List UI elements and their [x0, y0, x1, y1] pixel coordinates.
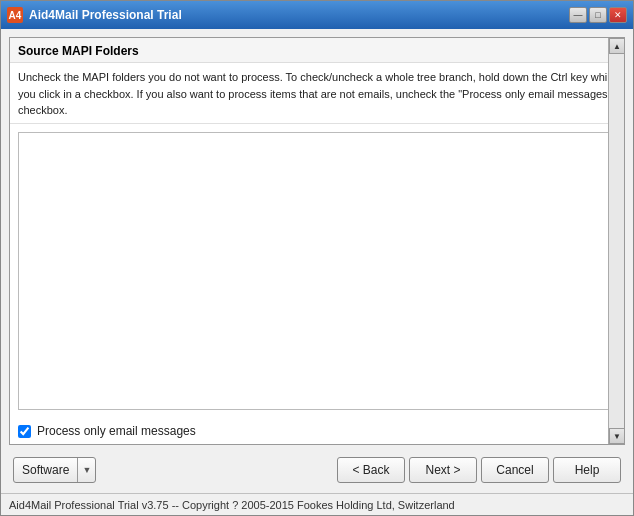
- software-button[interactable]: Software ▼: [13, 457, 96, 483]
- back-button[interactable]: < Back: [337, 457, 405, 483]
- software-dropdown-arrow[interactable]: ▼: [77, 458, 95, 482]
- close-button[interactable]: ✕: [609, 7, 627, 23]
- source-mapi-folders-group: Source MAPI Folders Uncheck the MAPI fol…: [9, 37, 625, 445]
- scroll-up-arrow[interactable]: ▲: [609, 38, 625, 54]
- main-window: A4 Aid4Mail Professional Trial — □ ✕ Sou…: [0, 0, 634, 516]
- folder-tree[interactable]: [18, 132, 616, 411]
- maximize-button[interactable]: □: [589, 7, 607, 23]
- window-title: Aid4Mail Professional Trial: [29, 8, 563, 22]
- scroll-down-arrow[interactable]: ▼: [609, 428, 625, 444]
- next-button[interactable]: Next >: [409, 457, 477, 483]
- group-box-description: Uncheck the MAPI folders you do not want…: [10, 63, 624, 124]
- vertical-scrollbar[interactable]: ▲ ▼: [608, 38, 624, 444]
- buttons-row: Software ▼ < Back Next > Cancel Help: [9, 451, 625, 489]
- cancel-button[interactable]: Cancel: [481, 457, 549, 483]
- title-bar-controls: — □ ✕: [569, 7, 627, 23]
- process-only-emails-label: Process only email messages: [37, 424, 196, 438]
- process-only-emails-checkbox[interactable]: [18, 425, 31, 438]
- help-button[interactable]: Help: [553, 457, 621, 483]
- app-icon: A4: [7, 7, 23, 23]
- scroll-track[interactable]: [609, 54, 624, 428]
- software-button-label: Software: [14, 463, 77, 477]
- process-only-emails-row: Process only email messages: [10, 418, 624, 444]
- content-area: Source MAPI Folders Uncheck the MAPI fol…: [1, 29, 633, 493]
- status-text: Aid4Mail Professional Trial v3.75 -- Cop…: [9, 499, 455, 511]
- status-bar: Aid4Mail Professional Trial v3.75 -- Cop…: [1, 493, 633, 515]
- minimize-button[interactable]: —: [569, 7, 587, 23]
- group-box-title: Source MAPI Folders: [10, 38, 624, 63]
- title-bar: A4 Aid4Mail Professional Trial — □ ✕: [1, 1, 633, 29]
